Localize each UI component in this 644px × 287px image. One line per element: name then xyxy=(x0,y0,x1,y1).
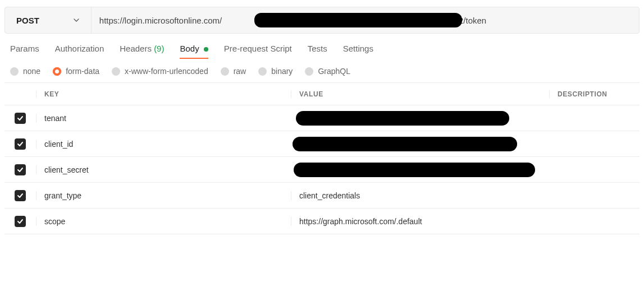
radio-icon xyxy=(305,67,313,76)
tab-prerequest-script[interactable]: Pre-request Script xyxy=(224,44,292,59)
tab-label: Tests xyxy=(308,44,327,53)
radio-graphql[interactable]: GraphQL xyxy=(305,67,350,76)
table-row: grant_type client_credentials xyxy=(4,183,640,209)
radio-label: none xyxy=(23,67,40,76)
tab-label: Params xyxy=(10,44,39,53)
key-cell[interactable]: client_id xyxy=(36,140,291,149)
request-url-bar: POST https://login.microsoftonline.com/ … xyxy=(4,7,640,34)
table-row: tenant xyxy=(4,105,640,131)
value-cell[interactable]: https://graph.microsoft.com/.default xyxy=(291,217,549,226)
row-enable-checkbox[interactable] xyxy=(15,164,26,175)
http-method-select[interactable]: POST xyxy=(5,7,92,33)
http-method-label: POST xyxy=(16,16,39,25)
url-input[interactable]: https://login.microsoftonline.com/ /oaut… xyxy=(92,7,639,33)
headers-count: (9) xyxy=(154,44,164,53)
key-cell[interactable]: scope xyxy=(36,217,291,226)
redaction-mark xyxy=(296,111,509,126)
radio-icon xyxy=(10,67,19,76)
radio-urlencoded[interactable]: x-www-form-urlencoded xyxy=(112,67,208,76)
tab-label: Settings xyxy=(343,44,373,53)
row-enable-checkbox[interactable] xyxy=(15,216,26,227)
tab-params[interactable]: Params xyxy=(10,44,39,59)
tab-body[interactable]: Body xyxy=(180,44,208,59)
body-type-radios: none form-data x-www-form-urlencoded raw… xyxy=(4,59,640,82)
unsaved-dot-icon xyxy=(204,47,208,52)
table-row: client_id xyxy=(4,131,640,157)
table-header-row: KEY VALUE DESCRIPTION xyxy=(4,83,640,105)
tab-tests[interactable]: Tests xyxy=(308,44,327,59)
form-data-table: KEY VALUE DESCRIPTION tenant xyxy=(4,82,640,234)
tab-settings[interactable]: Settings xyxy=(343,44,373,59)
column-header-key: KEY xyxy=(36,90,291,98)
radio-form-data[interactable]: form-data xyxy=(53,67,99,76)
key-cell[interactable]: tenant xyxy=(36,114,291,123)
tab-label: Headers xyxy=(120,44,152,53)
radio-binary[interactable]: binary xyxy=(258,67,293,76)
value-cell[interactable]: client_credentials xyxy=(291,191,549,200)
column-header-description: DESCRIPTION xyxy=(549,90,640,98)
url-prefix: https://login.microsoftonline.com/ xyxy=(99,16,222,25)
radio-icon xyxy=(53,67,61,76)
redaction-mark xyxy=(254,13,462,27)
radio-icon xyxy=(112,67,120,76)
redaction-mark xyxy=(293,137,517,151)
radio-none[interactable]: none xyxy=(10,67,40,76)
row-enable-checkbox[interactable] xyxy=(15,113,26,124)
key-cell[interactable]: client_secret xyxy=(36,165,291,174)
redaction-mark xyxy=(294,163,535,177)
tab-headers[interactable]: Headers (9) xyxy=(120,44,164,59)
tab-label: Pre-request Script xyxy=(224,44,292,53)
radio-raw[interactable]: raw xyxy=(221,67,246,76)
row-enable-checkbox[interactable] xyxy=(15,190,26,201)
radio-label: GraphQL xyxy=(318,67,350,76)
tab-authorization[interactable]: Authorization xyxy=(55,44,104,59)
chevron-down-icon xyxy=(73,17,80,24)
radio-label: x-www-form-urlencoded xyxy=(125,67,208,76)
radio-label: raw xyxy=(234,67,246,76)
key-cell[interactable]: grant_type xyxy=(36,191,291,200)
radio-label: binary xyxy=(271,67,293,76)
table-row: scope https://graph.microsoft.com/.defau… xyxy=(4,209,640,234)
tab-label: Authorization xyxy=(55,44,104,53)
radio-icon xyxy=(258,67,267,76)
request-tabs: Params Authorization Headers (9) Body Pr… xyxy=(4,34,640,59)
column-header-value: VALUE xyxy=(291,90,549,98)
tab-label: Body xyxy=(180,44,199,53)
radio-label: form-data xyxy=(66,67,99,76)
row-enable-checkbox[interactable] xyxy=(15,138,26,150)
radio-icon xyxy=(221,67,229,76)
table-row: client_secret xyxy=(4,157,640,183)
